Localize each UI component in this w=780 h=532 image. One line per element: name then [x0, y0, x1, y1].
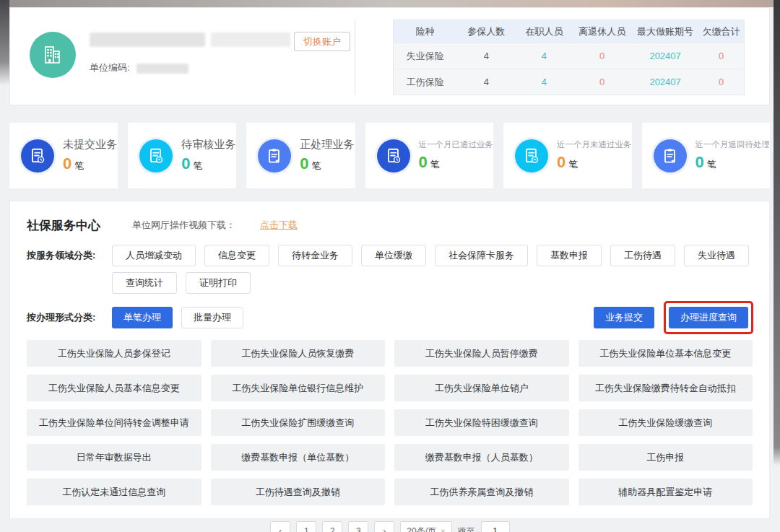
domain-btn-social-card[interactable]: 社会保障卡服务: [435, 245, 528, 266]
biz-item[interactable]: 工伤申报: [578, 444, 753, 471]
cell-type: 失业保险: [394, 43, 456, 69]
insurance-summary-table: 险种 参保人数 在职人员 离退休人员 最大做账期号 欠缴合计 失业保险 4 4 …: [393, 19, 745, 95]
stat-card-passed-month[interactable]: 近一个月已通过业务 0笔: [365, 123, 494, 188]
stat-count: 0: [419, 153, 428, 171]
business-grid: 工伤失业保险人员参保登记 工伤失业保险人员恢复缴费 工伤失业保险人员暂停缴费 工…: [27, 340, 753, 505]
domain-btn-unemployment-benefit[interactable]: 失业待遇: [684, 245, 749, 266]
table-row: 失业保险 4 4 0 202407 0: [394, 43, 745, 69]
stat-label: 未提交业务: [63, 138, 117, 152]
progress-query-button[interactable]: 办理进度查询: [669, 307, 748, 328]
cell-arrears: 0: [698, 43, 744, 69]
col-active-count: 在职人员: [516, 20, 573, 43]
domain-btn-query-stats[interactable]: 查询统计: [112, 272, 177, 294]
biz-item[interactable]: 工伤认定未通过信息查询: [27, 479, 202, 505]
cell-active: 4: [516, 69, 573, 95]
stat-unit: 笔: [312, 160, 321, 171]
pagination: ‹ 1 2 3 › 20条/页 ∨ 跳至: [0, 521, 780, 532]
doc-clock-icon: [377, 139, 410, 173]
domain-btn-transfer-fund[interactable]: 待转金业务: [278, 245, 352, 266]
stat-count: 0: [300, 154, 308, 173]
stat-count: 0: [63, 154, 72, 173]
biz-item[interactable]: 工伤失业保险人员参保登记: [27, 340, 202, 367]
redacted-company-name: [90, 32, 290, 51]
domain-btn-unit-deferral[interactable]: 单位缓缴: [361, 245, 426, 266]
biz-item[interactable]: 缴费基数申报（单位基数）: [211, 444, 386, 471]
stat-count: 0: [557, 153, 566, 171]
cell-insured: 4: [456, 69, 516, 95]
switch-account-button[interactable]: 切换账户: [294, 32, 350, 51]
cell-type: 工伤保险: [394, 69, 456, 95]
biz-item[interactable]: 工伤失业保险缴费待转金自动抵扣: [578, 375, 753, 401]
cell-arrears: 0: [698, 69, 744, 95]
cell-retired: 0: [572, 43, 632, 69]
table-header-row: 险种 参保人数 在职人员 离退休人员 最大做账期号 欠缴合计: [394, 20, 745, 43]
col-insurance-type: 险种: [394, 20, 456, 43]
vertical-divider: [355, 19, 355, 95]
stat-label: 待审核业务: [181, 138, 235, 152]
biz-item[interactable]: 缴费基数申报（人员基数）: [394, 444, 569, 471]
service-center-panel: 社保服务中心 单位网厅操作视频下载： 点击下载 按服务领域分类: 人员增减变动 …: [9, 201, 770, 519]
next-page-button[interactable]: ›: [374, 521, 394, 532]
background-photo-top: [9, 0, 774, 7]
stat-card-pending-review[interactable]: 待审核业务 0笔: [128, 123, 236, 188]
table-row: 工伤保险 4 4 0 202407 0: [394, 69, 745, 95]
domain-btn-info-change[interactable]: 信息变更: [204, 245, 269, 266]
single-handle-button[interactable]: 单笔办理: [112, 307, 173, 328]
stat-unit: 笔: [193, 160, 202, 171]
batch-handle-button[interactable]: 批量办理: [181, 307, 243, 328]
clipboard-icon: [258, 139, 291, 173]
download-link[interactable]: 点击下载: [260, 219, 298, 232]
biz-item[interactable]: 工伤失业保险人员暂停缴费: [394, 340, 569, 367]
biz-item[interactable]: 工伤失业保险人员恢复缴费: [211, 340, 386, 367]
stat-card-returned-month[interactable]: 近一个月退回待处理 0笔: [642, 123, 771, 188]
biz-item[interactable]: 工伤失业保险特困缓缴查询: [394, 409, 569, 436]
biz-item[interactable]: 工伤供养亲属查询及撤销: [394, 479, 569, 505]
domain-filter-label: 按服务领域分类:: [27, 249, 112, 262]
stat-card-processing[interactable]: 正处理业务 0笔: [246, 123, 355, 188]
doc-minus-icon: [139, 139, 173, 173]
cell-period: 202407: [632, 69, 698, 95]
company-building-icon: [30, 32, 76, 78]
stat-unit: 笔: [568, 159, 578, 170]
page-size-select[interactable]: 20条/页 ∨: [400, 521, 451, 532]
domain-btn-injury-benefit[interactable]: 工伤待遇: [610, 245, 675, 266]
video-download-label: 单位网厅操作视频下载：: [132, 219, 235, 232]
stat-card-rejected-month[interactable]: 近一个月未通过业务 0笔: [503, 123, 632, 188]
stat-label: 近一个月退回待处理: [696, 139, 771, 150]
biz-item[interactable]: 工伤失业保险单位销户: [394, 375, 569, 401]
red-highlight-annotation: 办理进度查询: [664, 301, 753, 334]
domain-btn-cert-print[interactable]: 证明打印: [186, 272, 251, 294]
biz-item[interactable]: 工伤失业保险单位间待转金调整申请: [27, 409, 202, 436]
page-size-value: 20条/页: [407, 522, 436, 532]
cell-retired: 0: [572, 69, 632, 95]
col-arrears-total: 欠缴合计: [698, 20, 744, 43]
prev-page-button[interactable]: ‹: [270, 521, 290, 532]
business-submit-button[interactable]: 业务提交: [594, 307, 654, 328]
cell-insured: 4: [456, 43, 516, 69]
page-button-3[interactable]: 3: [348, 521, 368, 532]
biz-item[interactable]: 日常年审数据导出: [27, 444, 202, 471]
jump-page-input[interactable]: [481, 521, 510, 532]
stat-unit: 笔: [707, 159, 716, 170]
stat-card-unsubmitted[interactable]: 未提交业务 0笔: [9, 123, 118, 188]
page-button-2[interactable]: 2: [322, 521, 342, 532]
biz-item[interactable]: 工伤待遇查询及撤销: [211, 479, 386, 505]
redacted-unit-code-value: [136, 64, 188, 74]
domain-btn-base-declare[interactable]: 基数申报: [537, 245, 602, 266]
biz-item[interactable]: 工伤失业保险单位银行信息维护: [211, 375, 386, 401]
biz-item[interactable]: 工伤失业保险缓缴查询: [578, 409, 753, 436]
jump-to-label: 跳至: [458, 521, 475, 532]
doc-minus-icon: [515, 139, 548, 173]
page-button-1[interactable]: 1: [296, 521, 316, 532]
stat-count: 0: [696, 153, 704, 171]
biz-item[interactable]: 工伤失业保险单位基本信息变更: [578, 340, 753, 367]
form-filter-label: 按办理形式分类:: [27, 311, 112, 324]
doc-clock-icon: [21, 139, 54, 173]
unit-code-label: 单位编码:: [90, 62, 130, 73]
biz-item[interactable]: 工伤失业保险人员基本信息变更: [27, 375, 202, 401]
stat-label: 近一个月已通过业务: [419, 139, 494, 150]
biz-item[interactable]: 工伤失业保险扩围缓缴查询: [211, 409, 386, 436]
domain-btn-personnel-change[interactable]: 人员增减变动: [112, 245, 196, 266]
biz-item[interactable]: 辅助器具配置鉴定申请: [578, 479, 753, 505]
cell-active: 4: [516, 43, 573, 69]
